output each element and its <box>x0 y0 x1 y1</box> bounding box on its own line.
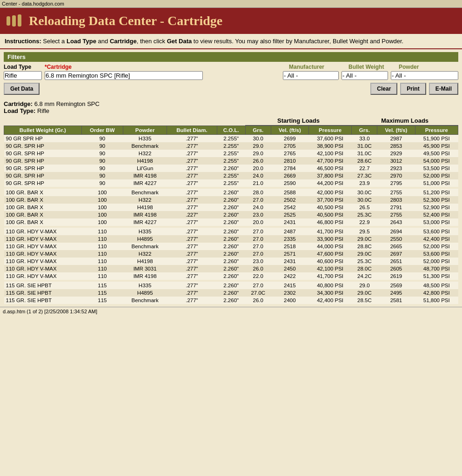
table-row: 110 GR. HDY V-MAX110H4198.277"2.260"23.0… <box>4 258 458 265</box>
manufacturer-input[interactable] <box>283 71 339 80</box>
col-powder: Powder <box>123 126 167 135</box>
table-row: 115 GR. SIE HPBT115H4895.277"2.260"27.0C… <box>4 289 458 297</box>
get-data-button[interactable]: Get Data <box>4 83 40 95</box>
table-row: 110 GR. HDY V-MAX110H322.277"2.260"27.02… <box>4 250 458 258</box>
table-row: 110 GR. HDY V-MAX110IMR 3031.277"2.260"2… <box>4 265 458 272</box>
table-row: 110 GR. HDY V-MAX110H335.277"2.260"27.02… <box>4 228 458 235</box>
table-row: 90 GR SPR HP90H335.277"2.255"30.0269937,… <box>4 135 458 143</box>
load-type-value: Rifle <box>37 107 49 114</box>
action-row: Get Data Clear Print E-Mail <box>4 83 458 95</box>
header: Reloading Data Center - Cartridge <box>0 8 462 34</box>
footer: d.asp.htm (1 of 2) [2/25/2008 1:34:52 AM… <box>0 307 462 316</box>
table-row: 110 GR. HDY V-MAX110H4895.277"2.260"27.0… <box>4 235 458 243</box>
table-row: 100 GR. BAR X100IMR 4227.277"2.260"20.02… <box>4 218 458 226</box>
svg-rect-2 <box>18 14 21 26</box>
results-table: Starting Loads Maximum Loads Bullet Weig… <box>4 116 458 304</box>
load-type-input[interactable] <box>4 71 42 80</box>
filters-inputs <box>4 71 458 80</box>
col-max-grs: Grs. <box>352 126 377 135</box>
title-bar: Center - data.hodgdon.com <box>0 0 462 8</box>
table-row: 115 GR. SIE HPBT115Benchmark.277"2.260"2… <box>4 297 458 304</box>
cartridge-name: 6.8 mm Remington SPC <box>34 100 100 107</box>
filters-section: Filters Load Type *Cartridge Manufacture… <box>0 49 462 98</box>
table-row: 110 GR. HDY V-MAX110Benchmark.277"2.260"… <box>4 243 458 250</box>
col-bullet-weight: Bullet Weight (Gr.) <box>4 126 82 135</box>
results-tbody: 90 GR SPR HP90H335.277"2.255"30.0269937,… <box>4 135 458 304</box>
table-row: 110 GR. HDY V-MAX110IMR 4198.277"2.260"2… <box>4 272 458 280</box>
email-button[interactable]: E-Mail <box>429 83 458 95</box>
table-row: 90 GR. SPR HP90IMR 4198.277"2.255"24.026… <box>4 172 458 179</box>
svg-rect-1 <box>12 15 16 26</box>
maximum-loads-header: Maximum Loads <box>352 116 458 126</box>
bullet-weight-label: Bullet Weight <box>348 64 399 70</box>
filters-title: Filters <box>4 52 458 62</box>
col-max-pressure: Pressure <box>415 126 458 135</box>
page-title: Reloading Data Center - Cartridge <box>29 13 222 28</box>
cartridge-input[interactable] <box>45 71 203 80</box>
table-row: 90 GR. SPR HP90H4198.277"2.255"26.028104… <box>4 157 458 165</box>
manufacturer-label: Manufacturer <box>289 64 348 70</box>
table-row: 100 GR. BAR X100IMR 4198.227"2.260"23.02… <box>4 211 458 218</box>
powder-input[interactable] <box>391 71 458 80</box>
col-bullet-diam: Bullet Diam. <box>167 126 217 135</box>
svg-rect-0 <box>7 16 10 26</box>
cartridge-info: Cartridge: 6.8 mm Remington SPC Load Typ… <box>4 100 458 114</box>
instructions-section: Instructions: Select a Load Type and Car… <box>0 34 462 49</box>
col-start-pressure: Pressure <box>308 126 351 135</box>
instructions-text: Instructions: Select a Load Type and Car… <box>5 38 403 45</box>
col-col: C.O.L. <box>217 126 245 135</box>
col-start-vel: Vel. (ft/s) <box>271 126 308 135</box>
table-row: 100 GR. BAR X100H322.277"2.260"27.025023… <box>4 196 458 204</box>
table-row: 90 GR. SPR HP90H322.277"2.255"29.0276542… <box>4 150 458 157</box>
bullets-icon <box>5 12 23 30</box>
bullet-weight-input[interactable] <box>341 71 388 80</box>
col-start-grs: Grs. <box>245 126 271 135</box>
table-row: 100 GR. BAR X100H4198.277"2.260"24.02542… <box>4 204 458 211</box>
table-row: 90 GR. SPR HP90Lil'Gun.277"2.260"20.0278… <box>4 165 458 172</box>
cartridge-label: *Cartridge <box>45 64 207 70</box>
col-max-vel: Vel. (ft/s) <box>377 126 415 135</box>
instructions-bold: Instructions: <box>5 38 41 45</box>
results-section: Cartridge: 6.8 mm Remington SPC Load Typ… <box>0 98 462 307</box>
table-row: 90 GR. SPR HP90IMR 4227.277"2.255"21.025… <box>4 179 458 187</box>
table-row: 100 GR. BAR X100Benchmark.277"2.260"28.0… <box>4 189 458 196</box>
print-button[interactable]: Print <box>400 83 426 95</box>
data-table-wrapper: Starting Loads Maximum Loads Bullet Weig… <box>4 116 458 304</box>
starting-loads-header: Starting Loads <box>245 116 352 126</box>
powder-label: Powder <box>399 64 458 70</box>
table-row: 115 GR. SIE HPBT115H335.277"2.260"27.024… <box>4 282 458 289</box>
clear-button[interactable]: Clear <box>370 83 397 95</box>
column-headers: Bullet Weight (Gr.) Order BW Powder Bull… <box>4 126 458 135</box>
table-row: 90 GR. SPR HP90Benchmark.277"2.255"29.02… <box>4 142 458 150</box>
load-type-label: Load Type <box>4 64 45 70</box>
col-order-bw: Order BW <box>81 126 123 135</box>
